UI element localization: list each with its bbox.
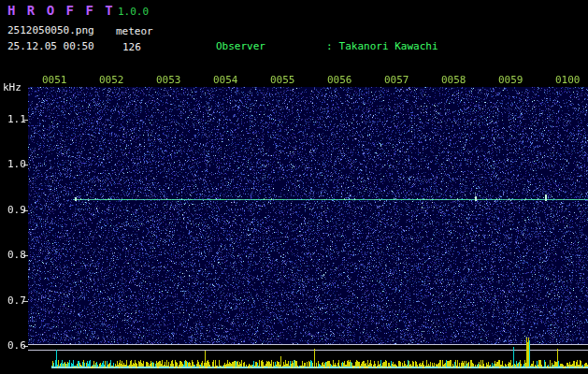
app-version: 1.0.0 (118, 6, 149, 18)
freq-tick-mark (23, 120, 28, 121)
time-tick-label: 0052 (99, 74, 124, 86)
freq-tick-mark (23, 210, 28, 211)
app-title: H R O F F T (7, 3, 115, 18)
spectrogram-canvas (0, 73, 588, 374)
spectrogram: kHz 005100520053005400550056005700580059… (0, 73, 588, 374)
time-tick-label: 0051 (42, 74, 67, 86)
freq-tick-mark (23, 301, 28, 302)
time-tick-label: 0054 (213, 74, 238, 86)
output-filename: 2512050050.png (7, 24, 94, 36)
freq-tick-mark (23, 255, 28, 256)
datetime-label: 25.12.05 00:50 (7, 40, 94, 52)
freq-tick-mark (23, 346, 28, 347)
time-tick-label: 0056 (327, 74, 352, 86)
info-row: Observer:Takanori Kawachi (166, 28, 562, 65)
time-tick-label: 0055 (270, 74, 295, 86)
time-tick-label: 0053 (156, 74, 181, 86)
info-separator: : (326, 40, 333, 52)
freq-tick-mark (23, 165, 28, 165)
hrofft-window: H R O F F T 1.0.0 2512050050.png meteor … (0, 0, 588, 374)
info-value: Takanori Kawachi (333, 40, 438, 52)
time-tick-label: 0058 (441, 74, 466, 86)
info-label: Observer (216, 40, 326, 52)
khz-unit-label: kHz (3, 81, 22, 94)
time-tick-label: 0059 (498, 74, 523, 86)
time-tick-label: 0057 (384, 74, 409, 86)
time-tick-label: 0100 (555, 74, 581, 86)
meteor-count: 126 (122, 41, 141, 53)
mode-label: meteor (116, 25, 153, 37)
